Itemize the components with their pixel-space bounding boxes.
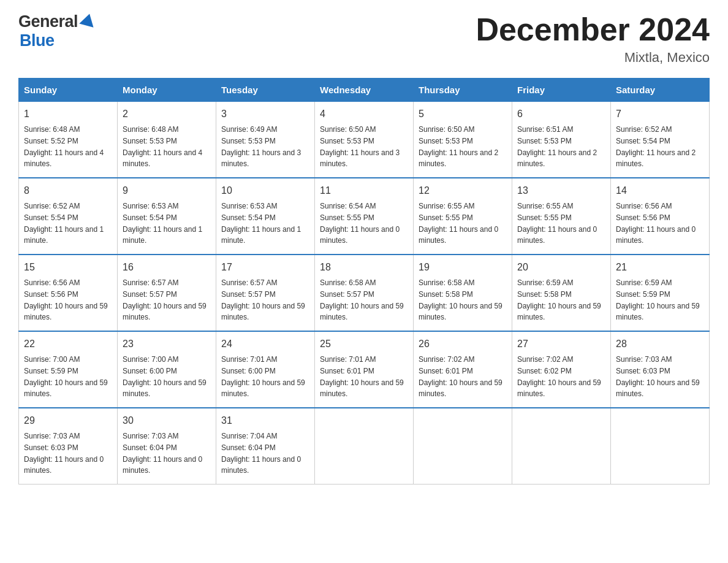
svg-marker-0 [79, 12, 96, 28]
calendar-cell [611, 408, 710, 484]
calendar-cell: 25Sunrise: 7:01 AMSunset: 6:01 PMDayligh… [315, 331, 414, 408]
calendar-cell [512, 408, 611, 484]
calendar-cell: 15Sunrise: 6:56 AMSunset: 5:56 PMDayligh… [19, 255, 118, 331]
weekday-header-friday: Friday [512, 79, 611, 102]
day-number: 29 [24, 413, 112, 428]
calendar-cell: 17Sunrise: 6:57 AMSunset: 5:57 PMDayligh… [216, 255, 315, 331]
day-number: 24 [221, 337, 309, 351]
day-info: Sunrise: 6:52 AMSunset: 5:54 PMDaylight:… [616, 125, 696, 168]
day-number: 19 [419, 260, 507, 275]
calendar-cell: 30Sunrise: 7:03 AMSunset: 6:04 PMDayligh… [118, 408, 216, 484]
day-info: Sunrise: 6:50 AMSunset: 5:53 PMDaylight:… [320, 125, 400, 168]
calendar-cell: 12Sunrise: 6:55 AMSunset: 5:55 PMDayligh… [414, 178, 512, 255]
day-number: 6 [517, 107, 605, 121]
day-info: Sunrise: 7:00 AMSunset: 6:00 PMDaylight:… [123, 355, 207, 398]
day-info: Sunrise: 6:59 AMSunset: 5:59 PMDaylight:… [616, 278, 700, 321]
logo-general-text: General [18, 12, 78, 31]
day-number: 8 [24, 183, 112, 198]
calendar-cell: 24Sunrise: 7:01 AMSunset: 6:00 PMDayligh… [216, 331, 315, 408]
weekday-header-tuesday: Tuesday [216, 79, 315, 102]
calendar-cell: 19Sunrise: 6:58 AMSunset: 5:58 PMDayligh… [414, 255, 512, 331]
weekday-header-wednesday: Wednesday [315, 79, 414, 102]
weekday-header-thursday: Thursday [414, 79, 512, 102]
page-header: General Blue December 2024 Mixtla, Mexic… [18, 12, 710, 66]
week-row-3: 15Sunrise: 6:56 AMSunset: 5:56 PMDayligh… [19, 255, 710, 331]
calendar-cell: 9Sunrise: 6:53 AMSunset: 5:54 PMDaylight… [118, 178, 216, 255]
day-info: Sunrise: 6:55 AMSunset: 5:55 PMDaylight:… [419, 202, 498, 245]
day-number: 5 [419, 107, 507, 121]
day-number: 30 [123, 413, 211, 428]
logo-blue-text: Blue [20, 31, 55, 50]
weekday-header-monday: Monday [118, 79, 216, 102]
day-number: 14 [616, 183, 704, 198]
day-info: Sunrise: 6:50 AMSunset: 5:53 PMDaylight:… [419, 125, 498, 168]
day-info: Sunrise: 6:58 AMSunset: 5:57 PMDaylight:… [320, 278, 404, 321]
day-number: 31 [221, 413, 309, 428]
calendar-cell: 3Sunrise: 6:49 AMSunset: 5:53 PMDaylight… [216, 102, 315, 178]
day-info: Sunrise: 6:54 AMSunset: 5:55 PMDaylight:… [320, 202, 400, 245]
day-info: Sunrise: 6:52 AMSunset: 5:54 PMDaylight:… [24, 202, 104, 245]
day-number: 9 [123, 183, 211, 198]
calendar-cell: 20Sunrise: 6:59 AMSunset: 5:58 PMDayligh… [512, 255, 611, 331]
day-number: 25 [320, 337, 408, 351]
day-info: Sunrise: 6:53 AMSunset: 5:54 PMDaylight:… [123, 202, 202, 245]
day-number: 13 [517, 183, 605, 198]
day-number: 21 [616, 260, 704, 275]
day-number: 16 [123, 260, 211, 275]
calendar-cell: 1Sunrise: 6:48 AMSunset: 5:52 PMDaylight… [19, 102, 118, 178]
day-number: 10 [221, 183, 309, 198]
calendar-title: December 2024 [476, 12, 710, 47]
day-info: Sunrise: 6:48 AMSunset: 5:53 PMDaylight:… [123, 125, 202, 168]
calendar-cell: 7Sunrise: 6:52 AMSunset: 5:54 PMDaylight… [611, 102, 710, 178]
weekday-header-sunday: Sunday [19, 79, 118, 102]
day-info: Sunrise: 7:00 AMSunset: 5:59 PMDaylight:… [24, 355, 108, 398]
day-info: Sunrise: 7:03 AMSunset: 6:04 PMDaylight:… [123, 432, 202, 475]
calendar-cell: 16Sunrise: 6:57 AMSunset: 5:57 PMDayligh… [118, 255, 216, 331]
calendar-body: 1Sunrise: 6:48 AMSunset: 5:52 PMDaylight… [19, 102, 710, 484]
day-number: 20 [517, 260, 605, 275]
calendar-cell: 5Sunrise: 6:50 AMSunset: 5:53 PMDaylight… [414, 102, 512, 178]
calendar-cell: 23Sunrise: 7:00 AMSunset: 6:00 PMDayligh… [118, 331, 216, 408]
day-number: 2 [123, 107, 211, 121]
day-number: 23 [123, 337, 211, 351]
day-info: Sunrise: 6:57 AMSunset: 5:57 PMDaylight:… [221, 278, 305, 321]
day-number: 7 [616, 107, 704, 121]
day-info: Sunrise: 7:04 AMSunset: 6:04 PMDaylight:… [221, 432, 301, 475]
day-number: 15 [24, 260, 112, 275]
calendar-cell: 21Sunrise: 6:59 AMSunset: 5:59 PMDayligh… [611, 255, 710, 331]
day-number: 4 [320, 107, 408, 121]
calendar-cell [315, 408, 414, 484]
week-row-1: 1Sunrise: 6:48 AMSunset: 5:52 PMDaylight… [19, 102, 710, 178]
calendar-cell: 29Sunrise: 7:03 AMSunset: 6:03 PMDayligh… [19, 408, 118, 484]
calendar-cell: 27Sunrise: 7:02 AMSunset: 6:02 PMDayligh… [512, 331, 611, 408]
day-info: Sunrise: 6:48 AMSunset: 5:52 PMDaylight:… [24, 125, 104, 168]
day-info: Sunrise: 6:49 AMSunset: 5:53 PMDaylight:… [221, 125, 301, 168]
day-info: Sunrise: 6:55 AMSunset: 5:55 PMDaylight:… [517, 202, 597, 245]
day-info: Sunrise: 7:03 AMSunset: 6:03 PMDaylight:… [24, 432, 104, 475]
day-number: 18 [320, 260, 408, 275]
day-info: Sunrise: 6:59 AMSunset: 5:58 PMDaylight:… [517, 278, 601, 321]
day-info: Sunrise: 6:56 AMSunset: 5:56 PMDaylight:… [24, 278, 108, 321]
title-section: December 2024 Mixtla, Mexico [476, 12, 710, 66]
day-info: Sunrise: 6:56 AMSunset: 5:56 PMDaylight:… [616, 202, 696, 245]
day-info: Sunrise: 6:57 AMSunset: 5:57 PMDaylight:… [123, 278, 207, 321]
week-row-4: 22Sunrise: 7:00 AMSunset: 5:59 PMDayligh… [19, 331, 710, 408]
day-number: 27 [517, 337, 605, 351]
logo-arrow-icon [79, 12, 96, 29]
week-row-5: 29Sunrise: 7:03 AMSunset: 6:03 PMDayligh… [19, 408, 710, 484]
day-number: 28 [616, 337, 704, 351]
day-info: Sunrise: 7:02 AMSunset: 6:02 PMDaylight:… [517, 355, 601, 398]
calendar-header: SundayMondayTuesdayWednesdayThursdayFrid… [19, 79, 710, 102]
day-number: 11 [320, 183, 408, 198]
calendar-subtitle: Mixtla, Mexico [476, 50, 710, 66]
logo: General Blue [18, 12, 96, 50]
calendar-cell: 8Sunrise: 6:52 AMSunset: 5:54 PMDaylight… [19, 178, 118, 255]
day-info: Sunrise: 7:02 AMSunset: 6:01 PMDaylight:… [419, 355, 502, 398]
calendar-cell: 26Sunrise: 7:02 AMSunset: 6:01 PMDayligh… [414, 331, 512, 408]
calendar-cell: 22Sunrise: 7:00 AMSunset: 5:59 PMDayligh… [19, 331, 118, 408]
calendar-cell: 13Sunrise: 6:55 AMSunset: 5:55 PMDayligh… [512, 178, 611, 255]
weekday-header-row: SundayMondayTuesdayWednesdayThursdayFrid… [19, 79, 710, 102]
day-info: Sunrise: 6:58 AMSunset: 5:58 PMDaylight:… [419, 278, 502, 321]
day-number: 3 [221, 107, 309, 121]
calendar-table: SundayMondayTuesdayWednesdayThursdayFrid… [18, 78, 710, 484]
